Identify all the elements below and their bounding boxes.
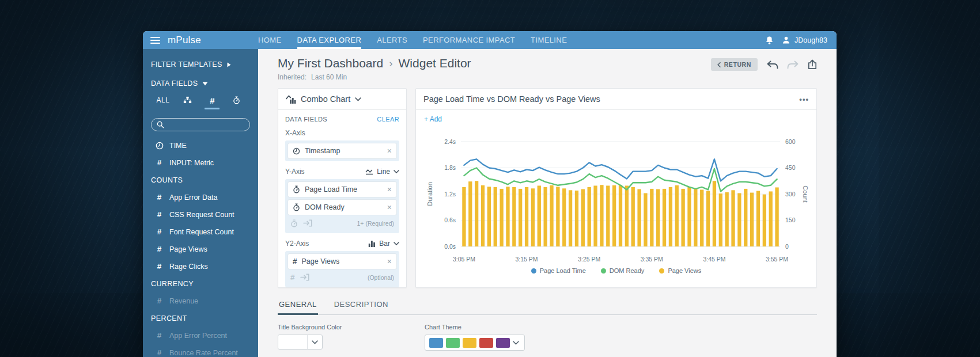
field-search-input[interactable] <box>168 120 244 130</box>
y2-axis-drop-placeholder[interactable]: # (Optional) <box>288 270 396 284</box>
data-fields-header[interactable]: DATA FIELDS <box>143 79 258 88</box>
navbar-brand-area: mPulse <box>143 31 258 49</box>
legend-item[interactable]: Page Load Time <box>531 267 586 274</box>
tab-all-fields[interactable]: ALL <box>156 96 171 110</box>
sidebar: FILTER TEMPLATES DATA FIELDS ALL <box>143 49 258 357</box>
y-axis-type-selector[interactable]: Line <box>365 168 399 176</box>
chart-theme-select[interactable] <box>425 335 525 351</box>
field-item-page-views[interactable]: # Page Views <box>143 241 258 258</box>
chip-label: DOM Ready <box>305 203 345 211</box>
field-item-app-error-data[interactable]: # App Error Data <box>143 189 258 206</box>
field-label: TIME <box>169 142 187 150</box>
field-search[interactable] <box>151 118 250 131</box>
top-navbar: mPulse HOME DATA EXPLORER ALERTS PERFORM… <box>143 31 837 49</box>
breadcrumb-dashboard[interactable]: My First Dashboard <box>278 56 383 70</box>
remove-field-icon[interactable]: × <box>387 185 392 193</box>
tab-all-label: ALL <box>157 96 170 104</box>
nav-item-home[interactable]: HOME <box>258 31 282 49</box>
svg-text:Count: Count <box>802 185 809 202</box>
nav-item-alerts[interactable]: ALERTS <box>377 31 407 49</box>
y2-axis-label: Y2-Axis <box>285 240 309 248</box>
nav-item-performance-impact[interactable]: PERFORMANCE IMPACT <box>423 31 515 49</box>
hash-icon: # <box>210 96 214 105</box>
x-axis-label: X-Axis <box>285 129 399 137</box>
field-item-font-request-count[interactable]: # Font Request Count <box>143 223 258 241</box>
y-axis-drop-placeholder[interactable]: 1+ (Required) <box>288 216 396 230</box>
chevron-left-icon <box>717 62 721 67</box>
x-axis-dropzone[interactable]: Timestamp × <box>285 140 399 161</box>
timeframe-meta: Inherited: Last 60 Min <box>278 73 471 81</box>
timer-ghost-icon <box>290 219 298 227</box>
section-counts: COUNTS <box>143 172 258 189</box>
tab-timer-fields[interactable] <box>229 96 244 110</box>
section-percent: PERCENT <box>143 310 258 327</box>
data-field-type-tabs: ALL # <box>156 96 244 111</box>
export-button[interactable] <box>808 59 817 70</box>
nav-item-data-explorer[interactable]: DATA EXPLORER <box>297 31 362 49</box>
chart-type-label: Combo Chart <box>301 94 350 104</box>
svg-text:3:55 PM: 3:55 PM <box>766 256 788 263</box>
clock-icon <box>156 142 164 150</box>
chevron-down-icon <box>393 170 399 173</box>
clear-button[interactable]: CLEAR <box>377 116 399 123</box>
y-axis-dropzone[interactable]: Page Load Time × DOM Ready × <box>285 179 399 233</box>
return-button[interactable]: RETURN <box>711 58 758 71</box>
main-content: My First Dashboard › Widget Editor Inher… <box>258 49 837 357</box>
tab-numeric-fields[interactable]: # <box>205 96 220 111</box>
breadcrumb-separator-icon: › <box>389 57 392 70</box>
field-chip-timestamp[interactable]: Timestamp × <box>288 143 396 158</box>
settings-tabs: GENERAL DESCRIPTION <box>278 297 817 315</box>
more-options-icon[interactable]: ••• <box>799 95 809 104</box>
hash-ghost-icon: # <box>290 274 295 282</box>
y2-axis-type-selector[interactable]: Bar <box>368 240 399 248</box>
user-menu[interactable]: JDough83 <box>782 36 827 44</box>
field-label: Page Views <box>169 245 207 253</box>
tab-dimension-fields[interactable] <box>180 96 195 109</box>
svg-text:0.0s: 0.0s <box>444 243 456 250</box>
chevron-down-icon <box>355 97 361 101</box>
field-item-css-request-count[interactable]: # CSS Request Count <box>143 206 258 223</box>
field-chip-page-views[interactable]: # Page Views × <box>288 254 396 269</box>
svg-text:0.6s: 0.6s <box>444 217 456 223</box>
tab-general[interactable]: GENERAL <box>278 298 318 315</box>
chip-label: Page Views <box>302 257 340 265</box>
brand-logo[interactable]: mPulse <box>168 35 201 46</box>
tab-description[interactable]: DESCRIPTION <box>333 298 389 315</box>
theme-swatches <box>429 338 510 348</box>
nav-item-timeline[interactable]: TIMELINE <box>531 31 567 49</box>
remove-field-icon[interactable]: × <box>387 147 392 155</box>
hash-icon: # <box>155 159 164 167</box>
notifications-bell-icon[interactable] <box>765 36 774 45</box>
remove-field-icon[interactable]: × <box>387 203 392 211</box>
svg-text:600: 600 <box>785 138 796 145</box>
add-annotation-link[interactable]: + Add <box>424 115 808 123</box>
field-item-bounce-rate-percent: # Bounce Rate Percent <box>143 344 258 357</box>
legend-dot-icon <box>531 268 536 274</box>
field-item-app-error-percent: # App Error Percent <box>143 327 258 344</box>
legend-item[interactable]: Page Views <box>659 267 701 274</box>
chart-type-selector[interactable]: Combo Chart <box>278 89 406 110</box>
title-bg-color-select[interactable] <box>278 335 323 350</box>
field-item-time[interactable]: TIME <box>143 137 258 154</box>
y2-axis-dropzone[interactable]: # Page Views × # (Optional) <box>285 251 399 287</box>
filter-templates-header[interactable]: FILTER TEMPLATES <box>143 60 258 69</box>
undo-button[interactable] <box>766 60 778 69</box>
field-chip-page-load-time[interactable]: Page Load Time × <box>288 182 396 197</box>
menu-icon[interactable] <box>150 37 160 44</box>
combo-chart: 0.0s00.6s1501.2s3001.8s4502.4s6003:05 PM… <box>424 124 809 266</box>
theme-color-swatch <box>446 338 460 348</box>
chip-label: Page Load Time <box>305 185 357 193</box>
field-label: App Error Percent <box>169 332 227 340</box>
y2-axis-type-label: Bar <box>379 240 390 248</box>
remove-field-icon[interactable]: × <box>387 257 392 265</box>
legend-item[interactable]: DOM Ready <box>601 267 645 274</box>
chevron-down-icon <box>513 341 519 345</box>
app-window: mPulse HOME DATA EXPLORER ALERTS PERFORM… <box>143 31 837 357</box>
field-label: Rage Clicks <box>169 263 208 271</box>
field-item-input-metric[interactable]: # INPUT: Metric <box>143 154 258 172</box>
hash-icon: # <box>155 211 164 219</box>
field-item-rage-clicks[interactable]: # Rage Clicks <box>143 258 258 275</box>
hierarchy-icon <box>183 96 192 104</box>
field-chip-dom-ready[interactable]: DOM Ready × <box>288 200 396 215</box>
redo-button[interactable] <box>787 60 799 69</box>
